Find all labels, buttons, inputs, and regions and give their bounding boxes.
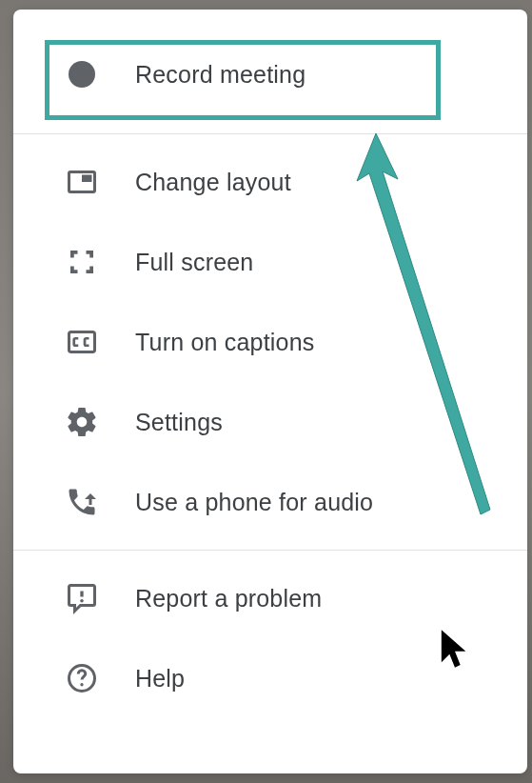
settings-item[interactable]: Settings (13, 382, 527, 462)
report-problem-label: Report a problem (135, 585, 322, 612)
options-menu-panel: Record meeting Change layout Full screen (13, 10, 527, 773)
phone-forward-icon (61, 481, 103, 523)
menu-section-main: Change layout Full screen Turn on captio… (13, 134, 527, 550)
help-item[interactable]: Help (13, 638, 527, 718)
use-phone-audio-item[interactable]: Use a phone for audio (13, 462, 527, 542)
menu-section-record: Record meeting (13, 10, 527, 133)
fullscreen-icon (61, 241, 103, 283)
change-layout-item[interactable]: Change layout (13, 142, 527, 222)
help-label: Help (135, 665, 185, 693)
svg-point-4 (80, 599, 84, 603)
full-screen-item[interactable]: Full screen (13, 222, 527, 302)
use-phone-audio-label: Use a phone for audio (135, 489, 373, 516)
svg-rect-1 (82, 175, 92, 183)
turn-on-captions-item[interactable]: Turn on captions (13, 302, 527, 382)
report-problem-item[interactable]: Report a problem (13, 558, 527, 638)
layout-icon (61, 161, 103, 203)
svg-point-6 (80, 683, 83, 686)
change-layout-label: Change layout (135, 169, 291, 196)
turn-on-captions-label: Turn on captions (135, 329, 315, 356)
full-screen-label: Full screen (135, 249, 253, 276)
gear-icon (61, 401, 103, 443)
feedback-icon (61, 577, 103, 619)
settings-label: Settings (135, 409, 223, 436)
record-meeting-item[interactable]: Record meeting (13, 34, 527, 114)
captions-icon (61, 321, 103, 363)
menu-section-help: Report a problem Help (13, 551, 527, 726)
record-meeting-label: Record meeting (135, 61, 305, 89)
record-icon (61, 53, 103, 95)
help-icon (61, 657, 103, 699)
